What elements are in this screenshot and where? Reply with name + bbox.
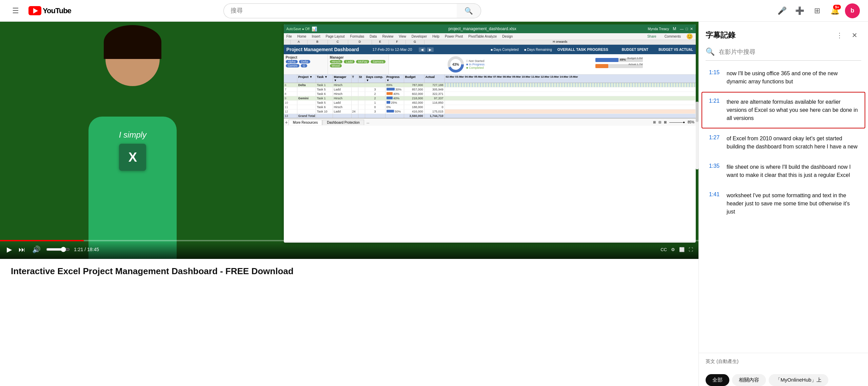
- caption-time-1-41: 1:41: [709, 191, 721, 216]
- tag-g[interactable]: G: [301, 64, 307, 67]
- video-player[interactable]: I simply X AutoSave ● Off 📊: [0, 22, 698, 259]
- menu-view[interactable]: View: [399, 35, 406, 38]
- budget-bar-chart: 49% Budget 3.6M Actual 1.7M: [595, 57, 643, 72]
- caption-language: 英文 (自動產生): [706, 359, 738, 365]
- caption-item-1-41[interactable]: 1:41 worksheet I've put some formatting …: [702, 185, 865, 222]
- excel-title-right: Mynda Treacy M — □ ✕: [648, 25, 693, 32]
- caption-item-1-27[interactable]: 1:27 of Excel from 2010 onward okay let'…: [702, 128, 865, 157]
- tag-gemini[interactable]: Gemini: [286, 64, 300, 67]
- table-row: 12 Task 10 Ladd 24 3 50% 416,000 175,015: [284, 109, 696, 114]
- close-btn[interactable]: ✕: [690, 27, 693, 31]
- emoji-btn[interactable]: 😊: [686, 33, 693, 40]
- caption-text-1-41: worksheet I've put some formatting and t…: [727, 191, 858, 216]
- menu-design[interactable]: Design: [502, 35, 513, 38]
- scrollbar-thumb[interactable]: [696, 102, 698, 122]
- tag-mcfay[interactable]: McFay: [356, 60, 369, 63]
- search-icon: 🔍: [465, 7, 473, 15]
- tab-related[interactable]: 相關內容: [732, 374, 766, 386]
- caption-item-1-21[interactable]: 1:21 there are alternate formulas availa…: [702, 92, 865, 128]
- caption-item-1-15[interactable]: 1:15 now I'll be using office 365 and on…: [702, 63, 865, 92]
- menu-data[interactable]: Data: [370, 35, 377, 38]
- zoom-slider[interactable]: ————●: [669, 120, 685, 124]
- more-options-button[interactable]: ⋮: [833, 28, 846, 42]
- budget-vs-actual-label: BUDGET VS ACTUAL: [658, 48, 693, 52]
- avatar[interactable]: b: [845, 3, 860, 18]
- caption-search-input[interactable]: [719, 48, 861, 56]
- excel-window: AutoSave ● Off 📊 project_management_dash…: [284, 24, 696, 243]
- tag-ladd[interactable]: Ladd: [344, 60, 355, 63]
- caption-item-1-35[interactable]: 1:35 file sheet one is where I'll build …: [702, 157, 865, 185]
- share-btn[interactable]: Share: [647, 35, 656, 38]
- cc-button[interactable]: CC: [660, 247, 667, 252]
- search-input[interactable]: [223, 3, 457, 18]
- comments-btn[interactable]: Comments: [665, 35, 681, 38]
- sheet-tab-more-resources[interactable]: More Resources: [289, 120, 322, 125]
- col-t: T: [352, 75, 358, 83]
- volume-slider[interactable]: [46, 247, 70, 252]
- menu-review[interactable]: Review: [382, 35, 393, 38]
- tag-samora[interactable]: Samora: [371, 60, 386, 63]
- excel-sheet-tabs: + More Resources Dashboard Protection ..…: [284, 118, 696, 126]
- col-dates: 02-Mar 03-Mar 04-Mar 05-Mar 06-Mar 07-Ma…: [445, 75, 696, 83]
- create-button[interactable]: ➕: [792, 3, 807, 18]
- video-controls[interactable]: ▶ ⏭ 🔊 1:21 / 18:45 CC ⚙ ⬜ ⛶: [0, 240, 698, 259]
- shirt-text: I simply: [119, 130, 146, 140]
- add-sheet-btn[interactable]: +: [285, 120, 288, 125]
- search-button[interactable]: 🔍: [457, 3, 481, 18]
- top-navigation: ☰ YouTube 🔍 🎤 ➕ ⊞ 🔔 9+ b: [0, 0, 868, 22]
- tag-wood[interactable]: Wood: [330, 64, 342, 67]
- zoom-level: 85%: [688, 120, 694, 124]
- restore-btn[interactable]: □: [686, 27, 688, 31]
- apps-button[interactable]: ⊞: [810, 3, 825, 18]
- col-progress: Progress ▼: [386, 75, 404, 83]
- excel-view-page-break[interactable]: ⊠: [664, 120, 667, 124]
- mic-button[interactable]: 🎤: [774, 3, 789, 18]
- progress-bar-container[interactable]: [0, 240, 698, 241]
- tag-delta[interactable]: Delta: [299, 60, 310, 63]
- minimize-btn[interactable]: —: [680, 27, 684, 31]
- video-title: Interactive Excel Project Management Das…: [11, 266, 688, 277]
- dashboard-title: Project Management Dashboard: [287, 47, 359, 52]
- col-row-num: [284, 75, 297, 83]
- caption-search-bar: 🔍: [706, 47, 861, 61]
- donut-legend: □ Not Started ■ In Progress ■ Completed: [466, 59, 485, 69]
- tab-all[interactable]: 全部: [706, 374, 729, 386]
- youtube-logo-icon: [28, 6, 41, 15]
- menu-home[interactable]: Home: [297, 35, 307, 38]
- budget-label-chart: Budget 3.6M: [627, 57, 643, 60]
- caption-time-1-21: 1:21: [709, 98, 721, 122]
- presenter-area: I simply X: [0, 22, 265, 259]
- excel-view-normal[interactable]: ⊞: [653, 120, 656, 124]
- menu-formulas[interactable]: Formulas: [350, 35, 364, 38]
- prev-arrow[interactable]: ◀: [419, 47, 426, 52]
- menu-icon: ☰: [12, 6, 19, 15]
- theater-button[interactable]: ⬜: [679, 247, 685, 252]
- sheet-tab-dashboard-protection[interactable]: Dashboard Protection: [322, 120, 364, 125]
- menu-page-layout[interactable]: Page Layout: [326, 35, 344, 38]
- play-pause-button[interactable]: ▶: [5, 244, 13, 255]
- col-task: Task ▼: [316, 75, 333, 83]
- close-caption-panel-button[interactable]: ✕: [848, 28, 861, 42]
- tag-alpha[interactable]: Alpha: [286, 60, 298, 63]
- menu-file[interactable]: File: [287, 35, 292, 38]
- menu-insert[interactable]: Insert: [312, 35, 320, 38]
- notification-button[interactable]: 🔔 9+: [827, 3, 842, 18]
- sheet-tab-ellipsis[interactable]: ...: [364, 120, 371, 125]
- youtube-logo[interactable]: YouTube: [28, 6, 71, 15]
- next-button[interactable]: ⏭: [17, 244, 27, 255]
- next-arrow[interactable]: ▶: [427, 47, 434, 52]
- menu-pivot-analyze[interactable]: PivotTable Analyze: [468, 35, 497, 38]
- tag-hirsch[interactable]: Hirsch: [330, 60, 343, 63]
- menu-button[interactable]: ☰: [8, 3, 23, 18]
- menu-developer[interactable]: Developer: [412, 35, 427, 38]
- tab-myonlinehub[interactable]: 「MyOnlineHub」上: [769, 374, 828, 386]
- manager-filter-cell: Manager Hirsch Ladd McFay Samora Wood: [328, 54, 389, 74]
- excel-view-layout[interactable]: ⊟: [658, 120, 661, 124]
- fullscreen-button[interactable]: ⛶: [689, 247, 693, 252]
- settings-button[interactable]: ⚙: [671, 247, 675, 252]
- menu-help[interactable]: Help: [432, 35, 439, 38]
- budget-bar-pct: 49%: [620, 58, 626, 61]
- volume-button[interactable]: 🔊: [31, 244, 42, 255]
- legend-in-progress: ■ In Progress: [466, 63, 485, 66]
- menu-power-pivot[interactable]: Power Pivot: [445, 35, 463, 38]
